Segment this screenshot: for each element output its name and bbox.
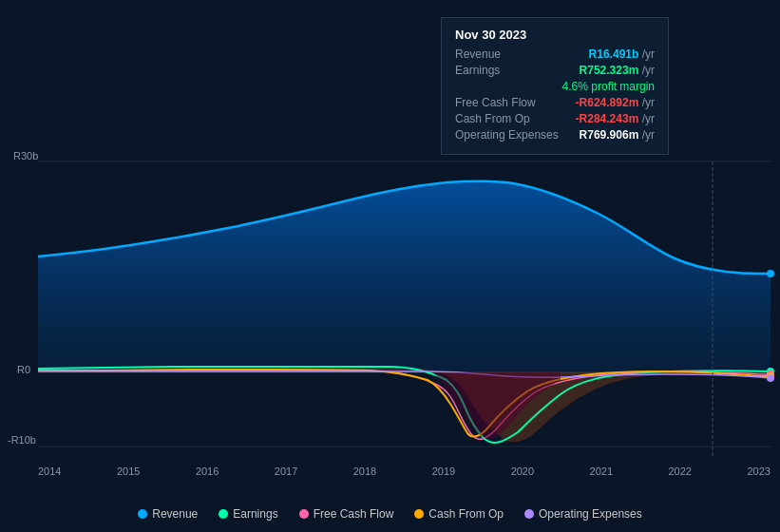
legend: RevenueEarningsFree Cash FlowCash From O… <box>0 507 780 521</box>
tooltip-cashop-row: Cash From Op -R284.243m /yr <box>455 112 655 125</box>
legend-label: Free Cash Flow <box>314 507 394 521</box>
tooltip-cashop-label: Cash From Op <box>455 112 530 125</box>
x-label: 2016 <box>196 466 219 477</box>
tooltip-date: Nov 30 2023 <box>455 28 655 42</box>
tooltip-revenue-row: Revenue R16.491b /yr <box>455 48 655 61</box>
tooltip-earnings-value: R752.323m /yr <box>580 64 655 77</box>
legend-item[interactable]: Free Cash Flow <box>299 507 394 521</box>
profit-margin-text: 4.6% profit margin <box>562 80 655 93</box>
tooltip-earnings-label: Earnings <box>455 64 500 77</box>
tooltip-opex-row: Operating Expenses R769.906m /yr <box>455 128 655 142</box>
legend-item[interactable]: Operating Expenses <box>524 507 642 521</box>
revenue-dot <box>767 270 774 277</box>
legend-dot <box>219 509 228 519</box>
legend-label: Revenue <box>152 507 198 521</box>
tooltip-fcf-row: Free Cash Flow -R624.892m /yr <box>455 96 655 109</box>
x-label: 2019 <box>432 466 455 477</box>
tooltip-earnings-row: Earnings R752.323m /yr <box>455 64 655 77</box>
legend-dot <box>524 509 534 519</box>
x-label: 2020 <box>511 466 534 477</box>
legend-label: Earnings <box>233 507 277 521</box>
x-label: 2018 <box>353 466 376 477</box>
x-label: 2014 <box>38 466 61 477</box>
opex-dot <box>767 374 774 382</box>
x-axis-labels: 2014201520162017201820192020202120222023 <box>38 466 770 477</box>
profit-margin-row: 4.6% profit margin <box>455 80 655 93</box>
y-label-top: R30b <box>13 150 38 162</box>
legend-label: Cash From Op <box>428 507 504 521</box>
x-label: 2021 <box>590 466 613 477</box>
tooltip-revenue-value: R16.491b /yr <box>589 48 655 61</box>
tooltip-box: Nov 30 2023 Revenue R16.491b /yr Earning… <box>441 17 669 155</box>
tooltip-revenue-label: Revenue <box>455 48 501 61</box>
x-label: 2015 <box>117 466 140 477</box>
legend-item[interactable]: Revenue <box>138 507 198 521</box>
tooltip-opex-label: Operating Expenses <box>455 128 559 142</box>
x-label: 2023 <box>747 466 770 477</box>
chart-container: Nov 30 2023 Revenue R16.491b /yr Earning… <box>0 0 780 532</box>
legend-item[interactable]: Cash From Op <box>414 507 504 521</box>
legend-dot <box>138 509 147 519</box>
tooltip-fcf-label: Free Cash Flow <box>455 96 536 109</box>
tooltip-cashop-value: -R284.243m /yr <box>576 112 655 125</box>
legend-label: Operating Expenses <box>539 507 642 521</box>
legend-item[interactable]: Earnings <box>219 507 277 521</box>
x-label: 2017 <box>275 466 297 477</box>
tooltip-opex-value: R769.906m /yr <box>580 128 655 142</box>
legend-dot <box>299 509 309 519</box>
x-label: 2022 <box>669 466 692 477</box>
legend-dot <box>414 509 424 519</box>
y-label-bot: -R10b <box>8 434 36 446</box>
y-label-mid: R0 <box>17 364 30 375</box>
tooltip-fcf-value: -R624.892m /yr <box>576 96 655 109</box>
